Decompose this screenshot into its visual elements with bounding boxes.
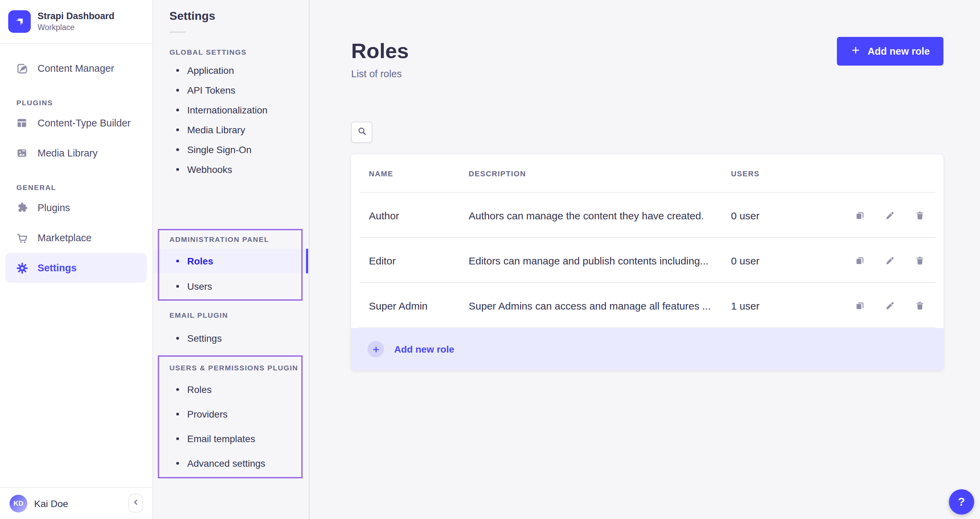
sidebar-section-plugins: PLUGINS [0,97,152,108]
content-type-builder-icon [15,116,29,130]
plugins-puzzle-icon [15,201,29,215]
role-name: Super Admin [369,283,428,328]
subnav-item-webhooks[interactable]: Webhooks [153,159,307,179]
settings-subnav: Settings GLOBAL SETTINGS Application API… [153,0,309,519]
search-icon [356,126,367,139]
trash-icon [914,209,925,221]
app-window: Strapi Dashboard Workplace Content Manag… [0,0,980,519]
subnav-item-roles-admin[interactable]: Roles [153,249,307,273]
media-library-icon [15,146,29,160]
subnav-item-application[interactable]: Application [153,60,307,80]
duplicate-role-button[interactable] [853,254,865,266]
chevron-left-icon [132,498,140,508]
delete-role-button[interactable] [913,299,926,312]
trash-icon [914,300,925,311]
help-button[interactable]: ? [949,489,974,514]
settings-gear-icon [15,261,29,275]
role-users-count: 1 user [731,283,759,328]
subnav-item-users[interactable]: Users [153,274,307,299]
subnav-item-email-settings[interactable]: Settings [153,326,307,350]
duplicate-role-button[interactable] [853,299,865,312]
sidebar-item-label: Content Manager [38,63,114,74]
pencil-icon [884,255,895,266]
subnav-item-advanced-settings[interactable]: Advanced settings [153,451,307,476]
pencil-icon [884,209,895,221]
main-sidebar: Strapi Dashboard Workplace Content Manag… [0,0,153,519]
subnav-item-media-library[interactable]: Media Library [153,119,307,139]
subnav-section-global-settings: GLOBAL SETTINGS [169,48,247,56]
sidebar-item-content-manager[interactable]: Content Manager [5,53,147,83]
sidebar-section-general: GENERAL [0,182,152,193]
role-users-count: 0 user [731,193,759,238]
sidebar-item-settings[interactable]: Settings [5,253,147,283]
sidebar-item-label: Settings [38,263,76,273]
subnav-item-api-tokens[interactable]: API Tokens [153,80,307,100]
subnav-item-email-templates[interactable]: Email templates [153,427,307,451]
app-title: Strapi Dashboard [38,11,115,22]
column-header-description: DESCRIPTION [469,154,526,193]
subnav-section-administration-panel: ADMINISTRATION PANEL [169,235,269,243]
workspace-name: Workplace [38,22,115,32]
marketplace-cart-icon [15,231,29,245]
sidebar-item-label: Content-Type Builder [38,118,130,129]
add-new-role-row[interactable]: Add new role [351,328,943,370]
sidebar-item-label: Plugins [38,202,70,213]
sidebar-item-label: Marketplace [38,232,92,243]
content-manager-icon [15,62,29,75]
subnav-section-email-plugin: EMAIL PLUGIN [169,311,228,319]
sidebar-nav: Content Manager PLUGINS Content-Type Bui… [0,44,152,283]
add-new-role-row-label: Add new role [394,344,454,355]
table-row[interactable]: Editor Editors can manage and publish co… [351,238,943,283]
page-subtitle: List of roles [351,68,402,79]
strapi-logo-icon [8,10,31,33]
table-header: NAME DESCRIPTION USERS [351,154,943,193]
duplicate-icon [854,300,865,311]
duplicate-role-button[interactable] [853,209,865,221]
sidebar-item-plugins[interactable]: Plugins [5,193,147,223]
duplicate-icon [854,209,865,221]
role-description: Authors can manage the content they have… [469,193,704,238]
search-button[interactable] [351,122,372,143]
sidebar-user-footer: KD Kai Doe [0,487,152,519]
add-new-role-button[interactable]: Add new role [837,37,943,65]
table-row[interactable]: Author Authors can manage the content th… [351,193,943,238]
avatar[interactable]: KD [10,494,27,512]
role-name: Editor [369,238,396,283]
subnav-item-single-sign-on[interactable]: Single Sign-On [153,139,307,159]
edit-role-button[interactable] [883,209,896,221]
role-description: Editors can manage and publish contents … [469,238,708,283]
subnav-item-roles-up[interactable]: Roles [153,377,307,402]
page-title: Roles [351,39,409,64]
sidebar-item-marketplace[interactable]: Marketplace [5,223,147,253]
plus-icon [851,45,861,57]
sidebar-item-label: Media Library [38,148,98,159]
user-name: Kai Doe [34,498,122,509]
delete-role-button[interactable] [913,209,926,221]
role-name: Author [369,193,399,238]
subnav-title: Settings [169,10,215,23]
trash-icon [914,255,925,266]
sidebar-item-media-library[interactable]: Media Library [5,138,147,168]
plus-circle-icon [368,341,384,357]
collapse-sidebar-button[interactable] [129,494,143,513]
edit-role-button[interactable] [883,254,896,266]
column-header-users: USERS [731,154,760,193]
pencil-icon [884,300,895,311]
roles-table: NAME DESCRIPTION USERS Author Authors ca… [351,154,943,370]
delete-role-button[interactable] [913,254,926,266]
subnav-section-users-permissions-plugin: USERS & PERMISSIONS PLUGIN [169,363,298,372]
role-users-count: 0 user [731,238,759,283]
subnav-item-providers[interactable]: Providers [153,402,307,427]
sidebar-item-content-type-builder[interactable]: Content-Type Builder [5,108,147,138]
workspace-brand[interactable]: Strapi Dashboard Workplace [0,0,152,44]
duplicate-icon [854,255,865,266]
column-header-name: NAME [369,154,393,193]
main-content: Roles List of roles Add new role NAME DE… [309,0,980,519]
role-description: Super Admins can access and manage all f… [469,283,711,328]
table-row[interactable]: Super Admin Super Admins can access and … [351,283,943,328]
subnav-divider [169,32,186,33]
edit-role-button[interactable] [883,299,896,312]
subnav-item-internationalization[interactable]: Internationalization [153,100,307,119]
